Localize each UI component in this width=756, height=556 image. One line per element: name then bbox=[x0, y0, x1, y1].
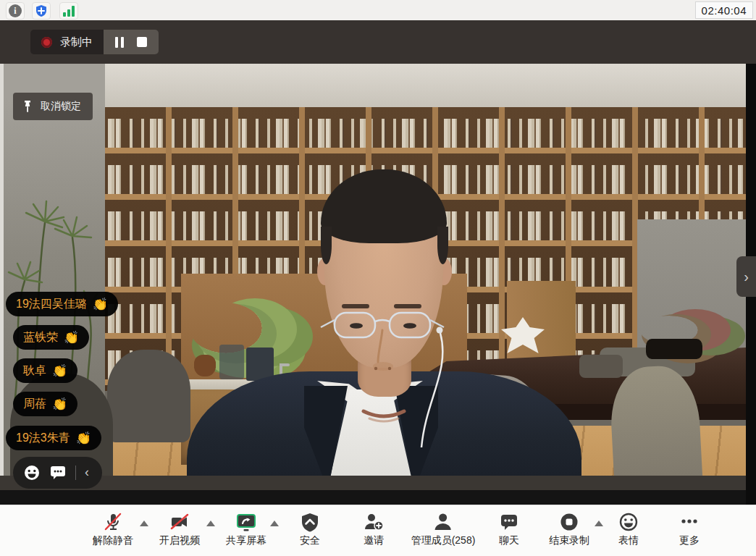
unpin-video-button[interactable]: 取消锁定 bbox=[13, 93, 93, 120]
members-icon bbox=[411, 510, 476, 534]
stop-recording-icon bbox=[549, 510, 589, 534]
toolbar-end-recording-button[interactable]: 结束录制 bbox=[549, 510, 589, 547]
main-video-feed[interactable] bbox=[0, 64, 746, 490]
bottom-toolbar: 解除静音 开启视频 共享屏幕 bbox=[0, 505, 756, 556]
toolbar-label: 管理成员(258) bbox=[411, 534, 476, 547]
scene-plant-pot bbox=[646, 339, 702, 359]
camera-off-icon bbox=[159, 510, 200, 534]
clap-emoji-icon: 👏 bbox=[64, 330, 79, 345]
share-screen-icon bbox=[226, 510, 266, 534]
reaction-bubble: 19法四吴佳璐 👏 bbox=[6, 292, 118, 316]
toolbar-label: 更多 bbox=[679, 534, 700, 547]
collapse-chevron-icon[interactable]: ‹ bbox=[85, 466, 92, 480]
emoji-face-icon bbox=[618, 510, 639, 534]
quick-reaction-pill: ‹ bbox=[13, 457, 102, 489]
titlebar: i 02:40:04 bbox=[0, 0, 756, 21]
scene-vase bbox=[219, 345, 244, 379]
toolbar-label: 聊天 bbox=[499, 534, 519, 547]
toolbar-label: 共享屏幕 bbox=[226, 534, 266, 547]
toolbar-label: 开启视频 bbox=[159, 534, 200, 547]
chat-quick-button[interactable] bbox=[49, 465, 67, 481]
info-icon: i bbox=[9, 4, 22, 17]
stop-recording-button[interactable] bbox=[137, 37, 147, 47]
reaction-name: 19法3朱青 bbox=[16, 431, 70, 446]
recording-bar: 录制中 bbox=[0, 20, 756, 64]
reaction-bubble: 周蓓 👏 bbox=[13, 392, 77, 416]
side-panel-toggle[interactable]: › bbox=[736, 256, 756, 297]
recording-status: 录制中 bbox=[30, 30, 104, 54]
toolbar-invite-button[interactable]: 邀请 bbox=[364, 510, 384, 547]
clap-emoji-icon: 👏 bbox=[76, 431, 91, 446]
toolbar-label: 解除静音 bbox=[93, 534, 133, 547]
toolbar-label: 安全 bbox=[300, 534, 320, 547]
recording-dot-icon bbox=[41, 37, 52, 48]
recording-pill: 录制中 bbox=[30, 30, 159, 54]
recording-status-label: 录制中 bbox=[60, 35, 93, 49]
security-status-button[interactable] bbox=[32, 2, 51, 20]
reaction-bubble: 19法3朱青 👏 bbox=[6, 426, 101, 450]
toolbar-reactions-button[interactable]: 表情 bbox=[618, 510, 639, 547]
toolbar-unmute-button[interactable]: 解除静音 bbox=[93, 510, 133, 547]
meeting-info-button[interactable]: i bbox=[6, 2, 25, 20]
recording-controls bbox=[104, 30, 159, 54]
clap-emoji-icon: 👏 bbox=[52, 397, 67, 412]
scene-cushion bbox=[579, 355, 623, 378]
more-dots-icon bbox=[679, 510, 700, 534]
video-options-caret[interactable] bbox=[206, 521, 215, 526]
emoji-quick-button[interactable] bbox=[23, 464, 41, 481]
reaction-bubble: 蓝铁荣 👏 bbox=[13, 325, 89, 350]
mic-options-caret[interactable] bbox=[140, 521, 148, 526]
toolbar-more-button[interactable]: 更多 bbox=[679, 510, 700, 547]
clap-emoji-icon: 👏 bbox=[93, 297, 108, 312]
toolbar-label: 邀请 bbox=[364, 534, 384, 547]
scene-ceiling bbox=[4, 64, 746, 109]
shield-protect-icon bbox=[35, 4, 48, 17]
meeting-window: i 02:40:04 录制中 bbox=[0, 0, 756, 556]
divider bbox=[75, 466, 76, 480]
toolbar-share-screen-button[interactable]: 共享屏幕 bbox=[226, 510, 266, 547]
toolbar-manage-members-button[interactable]: 管理成员(258) bbox=[411, 510, 476, 547]
chat-icon bbox=[499, 510, 519, 534]
scene-left-edge bbox=[0, 64, 4, 490]
chevron-right-icon: › bbox=[744, 269, 749, 285]
speaker-face-features bbox=[311, 229, 456, 453]
pin-icon bbox=[22, 100, 33, 113]
toolbar-start-video-button[interactable]: 开启视频 bbox=[159, 510, 200, 547]
toolbar-chat-button[interactable]: 聊天 bbox=[499, 510, 519, 547]
reaction-name: 周蓓 bbox=[23, 397, 46, 412]
unpin-label: 取消锁定 bbox=[41, 100, 81, 113]
clap-emoji-icon: 👏 bbox=[52, 363, 67, 379]
recording-options-caret[interactable] bbox=[595, 521, 603, 526]
scene-jug bbox=[194, 355, 216, 376]
toolbar-label: 表情 bbox=[618, 534, 639, 547]
network-status-button[interactable] bbox=[59, 2, 78, 20]
scene-chair-dark bbox=[107, 350, 190, 442]
reaction-bubble: 耿卓 👏 bbox=[13, 358, 77, 383]
invite-user-icon bbox=[364, 510, 384, 534]
reaction-name: 19法四吴佳璐 bbox=[16, 297, 87, 312]
meeting-timer: 02:40:04 bbox=[695, 1, 753, 19]
share-options-caret[interactable] bbox=[270, 521, 279, 526]
pause-recording-button[interactable] bbox=[115, 37, 124, 48]
toolbar-security-button[interactable]: 安全 bbox=[300, 510, 320, 547]
network-signal-icon bbox=[63, 6, 75, 17]
timer-value: 02:40:04 bbox=[702, 4, 747, 17]
video-bottom-band bbox=[0, 476, 746, 490]
reaction-name: 耿卓 bbox=[23, 363, 46, 379]
toolbar-label: 结束录制 bbox=[549, 534, 589, 547]
mic-muted-icon bbox=[93, 510, 133, 534]
reaction-name: 蓝铁荣 bbox=[23, 330, 58, 345]
security-shield-icon bbox=[300, 510, 320, 534]
